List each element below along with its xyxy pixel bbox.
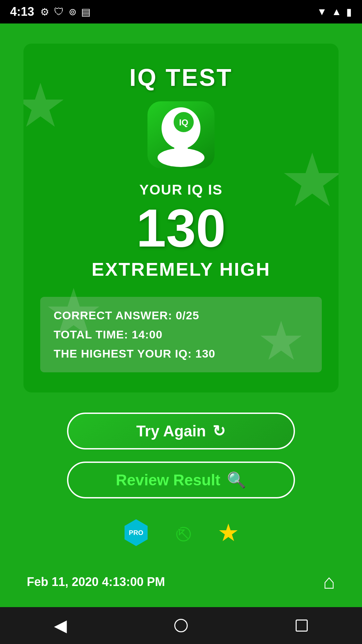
status-time: 4:13 xyxy=(10,5,34,19)
home-button[interactable] xyxy=(164,615,198,636)
head-svg: IQ xyxy=(147,101,215,168)
back-icon: ◀ xyxy=(54,616,67,635)
battery-icon: ▮ xyxy=(346,6,352,18)
recents-square-icon xyxy=(296,620,308,632)
footer: Feb 11, 2020 4:13:00 PM ⌂ xyxy=(13,560,349,603)
at-icon: ⊚ xyxy=(69,6,76,17)
pro-badge[interactable]: PRO xyxy=(123,519,149,546)
home-icon[interactable]: ⌂ xyxy=(323,570,335,593)
card-icon: ▤ xyxy=(81,6,90,18)
status-left: 4:13 ⚙ 🛡 ⊚ ▤ xyxy=(10,5,90,19)
total-time-stat: TOTAL TIME: 14:00 xyxy=(54,328,308,341)
footer-date: Feb 11, 2020 4:13:00 PM xyxy=(27,575,165,589)
bg-star-1: ★ xyxy=(23,70,67,141)
your-iq-label: YOUR IQ IS xyxy=(139,182,223,198)
signal-icon: ▲ xyxy=(331,6,342,17)
correct-answer-stat: CORRECT ANSWER: 0/25 xyxy=(54,309,308,322)
bg-star-2: ★ xyxy=(279,138,339,223)
app-title: IQ TEST xyxy=(129,64,233,91)
main-content: ★ ★ ★ ★ IQ TEST IQ YOUR IQ IS 130 EXTREM… xyxy=(0,23,362,607)
recents-button[interactable] xyxy=(285,615,318,636)
share-icon[interactable]: ⎋ xyxy=(176,519,191,546)
nav-bar: ◀ xyxy=(0,607,362,644)
search-icon: 🔍 xyxy=(227,471,246,489)
back-button[interactable]: ◀ xyxy=(44,615,77,636)
stats-box: CORRECT ANSWER: 0/25 TOTAL TIME: 14:00 T… xyxy=(40,297,322,372)
status-right: ▼ ▲ ▮ xyxy=(317,6,352,18)
try-again-button[interactable]: Try Again ↻ xyxy=(67,413,295,449)
wifi-icon: ▼ xyxy=(317,6,327,17)
review-result-label: Review Result xyxy=(116,471,221,489)
shield-icon: 🛡 xyxy=(54,6,64,17)
settings-icon: ⚙ xyxy=(40,6,49,18)
buttons-section: Try Again ↻ Review Result 🔍 xyxy=(13,413,349,498)
home-circle-icon xyxy=(174,619,188,632)
highest-iq-stat: THE HIGHEST YOUR IQ: 130 xyxy=(54,347,308,360)
iq-level: EXTREMELY HIGH xyxy=(92,258,270,280)
pro-label: PRO xyxy=(129,529,143,537)
refresh-icon: ↻ xyxy=(213,422,226,440)
status-bar: 4:13 ⚙ 🛡 ⊚ ▤ ▼ ▲ ▮ xyxy=(0,0,362,23)
try-again-label: Try Again xyxy=(136,422,206,440)
iq-score: 130 xyxy=(136,201,226,255)
bottom-icons: PRO ⎋ ★ xyxy=(123,519,239,547)
svg-point-2 xyxy=(158,148,204,167)
svg-text:IQ: IQ xyxy=(179,117,188,127)
favorite-star-icon[interactable]: ★ xyxy=(218,519,239,547)
app-icon: IQ xyxy=(147,101,215,168)
status-icons: ⚙ 🛡 ⊚ ▤ xyxy=(40,6,90,18)
result-card: ★ ★ ★ ★ IQ TEST IQ YOUR IQ IS 130 EXTREM… xyxy=(23,44,339,392)
review-result-button[interactable]: Review Result 🔍 xyxy=(67,462,295,498)
